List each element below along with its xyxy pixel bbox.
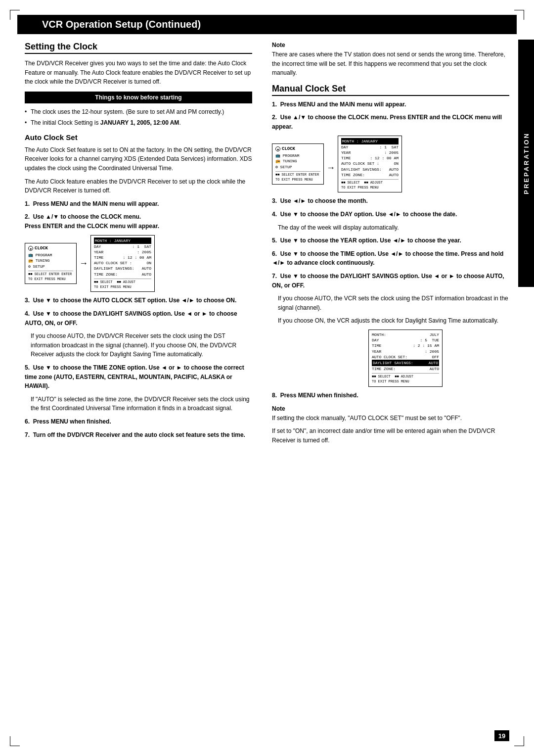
corner-mark-br: [514, 736, 524, 746]
manual-step-7: 7. Use ▼ to choose the DAYLIGHT SAVINGS …: [272, 272, 509, 290]
auto-clock-clock-menu-screen: MONTH : JANUARY DAY: 1 SAT YEAR: 2005 TI…: [90, 235, 155, 292]
setting-clock-intro: The DVD/VCR Receiver gives you two ways …: [25, 59, 252, 87]
page-number: 19: [494, 730, 509, 741]
note-right-line2: If set to "ON", an incorrect date and/or…: [272, 426, 509, 445]
setting-clock-title: Setting the Clock: [25, 42, 252, 54]
manual-bottom-clock-screen: MONTH:JULY DAY: 5 TUE TIME: 2 : 15 AM YE…: [368, 330, 443, 387]
manual-bottom-screen-container: MONTH:JULY DAY: 5 TUE TIME: 2 : 15 AM YE…: [302, 330, 509, 387]
auto-step-7: 7. Turn off the DVD/VCR Receiver and the…: [25, 430, 252, 440]
auto-clock-main-menu-screen: ● CLOCK 📺 PROGRAM 📻 TUNING ⚙ SETUP ■■ SE…: [25, 243, 77, 284]
header-banner: VCR Operation Setup (Continued): [17, 15, 517, 34]
bullet-item-1: The clock uses the 12-hour system. (Be s…: [25, 107, 252, 116]
corner-mark-tl: [10, 10, 20, 20]
things-to-know-box: Things to know before starting: [25, 92, 252, 103]
auto-clock-title: Auto Clock Set: [25, 133, 252, 142]
note-right-container: Note If setting the clock manually, "AUT…: [272, 405, 509, 445]
things-to-know-title: Things to know before starting: [95, 94, 181, 101]
manual-clock-title: Manual Clock Set: [272, 84, 509, 96]
preparation-label: PREPARATION: [523, 132, 530, 194]
page-title: VCR Operation Setup (Continued): [42, 19, 201, 30]
manual-step-7-sub2: If you choose ON, the VCR adjusts the cl…: [278, 316, 509, 326]
manual-step-3: 3. Use ◄/► to choose the month.: [272, 196, 509, 206]
note-right-title: Note: [272, 405, 509, 412]
auto-clock-screen-container: ● CLOCK 📺 PROGRAM 📻 TUNING ⚙ SETUP ■■ SE…: [25, 235, 252, 292]
manual-step-4: 4. Use ▼ to choose the DAY option. Use ◄…: [272, 210, 509, 219]
manual-step-2: 2. Use ▲/▼ to choose the CLOCK menu. Pre…: [272, 113, 509, 131]
auto-step-6: 6. Press MENU when finished.: [25, 417, 252, 426]
manual-step-4-sub: The day of the week will display automat…: [278, 223, 509, 233]
note-left-title: Note: [272, 42, 509, 48]
manual-clock-clock-menu-screen: MONTH : JANUARY DAY: 1 SAT YEAR: 2005 TI…: [338, 136, 402, 193]
auto-step-4-sub: If you choose AUTO, the DVD/VCR Receiver…: [31, 331, 252, 359]
corner-mark-tr: [514, 10, 524, 20]
manual-step-8: 8. Press MENU when finished.: [272, 391, 509, 400]
manual-step-6: 6. Use ▼ to choose the TIME option. Use …: [272, 249, 509, 268]
manual-step-5: 5. Use ▼ to choose the YEAR option. Use …: [272, 236, 509, 245]
auto-clock-intro: The Auto Clock Set feature is set to ON …: [25, 145, 252, 173]
right-column: Note There are cases where the TV statio…: [267, 34, 509, 449]
arrow-icon-manual: →: [326, 163, 335, 173]
auto-step-1: 1. Press MENU and the MAIN menu will app…: [25, 199, 252, 209]
corner-mark-bl: [10, 736, 20, 746]
manual-clock-main-menu-screen: ● CLOCK 📺 PROGRAM 📻 TUNING ⚙ SETUP ■■ SE…: [272, 143, 324, 185]
auto-clock-intro2: The Auto Clock feature enables the DVD/V…: [25, 177, 252, 195]
arrow-icon-auto: →: [79, 258, 88, 269]
left-column: Setting the Clock The DVD/VCR Receiver g…: [25, 34, 267, 449]
manual-clock-screen-container: ● CLOCK 📺 PROGRAM 📻 TUNING ⚙ SETUP ■■ SE…: [272, 136, 509, 193]
page-container: PREPARATION VCR Operation Setup (Continu…: [0, 0, 534, 756]
note-left-container: Note There are cases where the TV statio…: [272, 42, 509, 78]
preparation-sidebar: PREPARATION: [518, 40, 534, 287]
auto-step-5: 5. Use ▼ to choose the TIME ZONE option.…: [25, 363, 252, 391]
auto-step-3: 3. Use ▼ to choose the AUTO CLOCK SET op…: [25, 296, 252, 305]
auto-step-2: 2. Use ▲/▼ to choose the CLOCK menu.Pres…: [25, 212, 252, 231]
auto-step-4: 4. Use ▼ to choose the DAYLIGHT SAVINGS …: [25, 309, 252, 328]
bullet-item-2: The initial Clock Setting is JANUARY 1, …: [25, 118, 252, 127]
note-left-text: There are cases where the TV station doe…: [272, 50, 509, 78]
note-right-line1: If setting the clock manually, "AUTO CLO…: [272, 414, 509, 423]
manual-step-7-sub1: If you choose AUTO, the VCR sets the clo…: [278, 294, 509, 312]
main-content: Setting the Clock The DVD/VCR Receiver g…: [0, 34, 534, 449]
auto-step-5-sub: If "AUTO" is selected as the time zone, …: [31, 395, 252, 413]
manual-step-1: 1. Press MENU and the MAIN menu will app…: [272, 100, 509, 109]
